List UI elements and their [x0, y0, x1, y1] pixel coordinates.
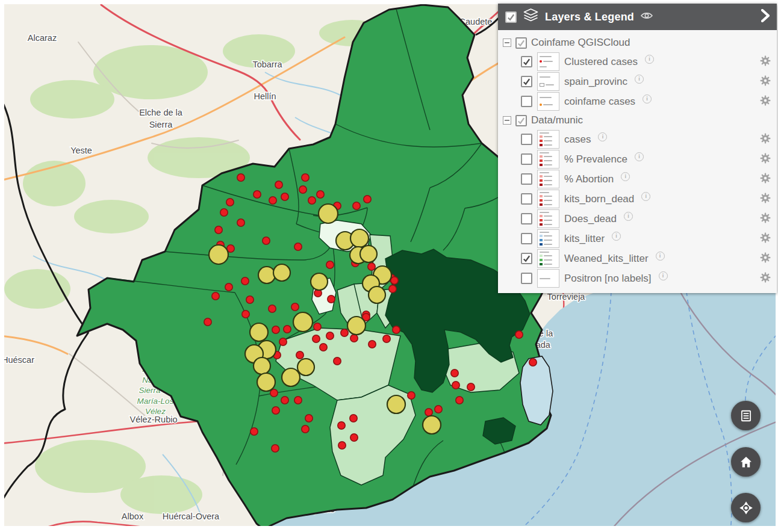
- layer-settings-gear-icon[interactable]: [760, 95, 771, 108]
- group-checkbox[interactable]: [515, 37, 527, 49]
- layer-checkbox[interactable]: [521, 253, 532, 264]
- layer-checkbox[interactable]: [521, 96, 532, 107]
- layer-checkbox[interactable]: [521, 153, 532, 165]
- case-point[interactable]: [294, 397, 302, 404]
- case-point[interactable]: [529, 359, 537, 366]
- case-point[interactable]: [334, 357, 341, 365]
- layer-row[interactable]: Positron [no labels]i: [503, 268, 771, 288]
- case-point[interactable]: [368, 263, 375, 270]
- layer-checkbox[interactable]: [521, 56, 532, 67]
- layer-settings-gear-icon[interactable]: [760, 193, 771, 206]
- cluster-point[interactable]: [360, 246, 377, 262]
- panel-master-checkbox[interactable]: [505, 11, 517, 23]
- case-point[interactable]: [326, 261, 334, 268]
- case-point[interactable]: [328, 295, 335, 303]
- case-point[interactable]: [452, 382, 459, 389]
- layer-row[interactable]: Does_deadi: [503, 209, 771, 229]
- home-button[interactable]: [731, 447, 761, 477]
- cluster-point[interactable]: [254, 357, 270, 374]
- layer-row[interactable]: Clustered casesi: [503, 52, 771, 72]
- case-point[interactable]: [338, 442, 346, 449]
- legend-button[interactable]: [731, 401, 761, 430]
- case-point[interactable]: [242, 311, 249, 318]
- case-point[interactable]: [263, 237, 270, 244]
- layer-checkbox[interactable]: [521, 173, 532, 185]
- case-point[interactable]: [220, 209, 228, 216]
- layer-settings-gear-icon[interactable]: [760, 272, 771, 285]
- cluster-point[interactable]: [387, 395, 405, 413]
- cluster-point[interactable]: [347, 317, 366, 335]
- case-point[interactable]: [435, 406, 442, 413]
- layer-info-icon[interactable]: i: [641, 192, 650, 201]
- case-point[interactable]: [467, 383, 475, 391]
- case-point[interactable]: [350, 335, 358, 342]
- case-point[interactable]: [272, 445, 279, 452]
- layer-row[interactable]: kits_born_deadi: [503, 189, 771, 209]
- case-point[interactable]: [294, 243, 302, 250]
- case-point[interactable]: [393, 326, 400, 333]
- case-point[interactable]: [272, 407, 279, 414]
- case-point[interactable]: [341, 329, 348, 336]
- case-point[interactable]: [281, 193, 288, 200]
- layer-info-icon[interactable]: i: [621, 172, 630, 181]
- case-point[interactable]: [212, 292, 219, 300]
- case-point[interactable]: [241, 277, 249, 285]
- layer-checkbox[interactable]: [521, 76, 532, 87]
- case-point[interactable]: [389, 285, 396, 292]
- cluster-point[interactable]: [250, 323, 268, 341]
- layer-info-icon[interactable]: i: [635, 75, 644, 84]
- case-point[interactable]: [305, 415, 313, 422]
- layer-row[interactable]: % Prevalencei: [503, 149, 771, 169]
- group-checkbox[interactable]: [515, 115, 527, 126]
- case-point[interactable]: [317, 191, 324, 198]
- cluster-point[interactable]: [257, 373, 275, 391]
- layer-info-icon[interactable]: i: [659, 271, 668, 280]
- case-point[interactable]: [408, 392, 415, 399]
- case-point[interactable]: [364, 196, 371, 203]
- layer-settings-gear-icon[interactable]: [760, 55, 771, 69]
- layer-checkbox[interactable]: [521, 193, 532, 205]
- case-point[interactable]: [302, 425, 309, 433]
- layer-row[interactable]: kits_litteri: [503, 229, 771, 249]
- cluster-point[interactable]: [350, 229, 369, 247]
- case-point[interactable]: [291, 303, 299, 311]
- case-point[interactable]: [246, 296, 254, 303]
- cluster-point[interactable]: [293, 312, 313, 332]
- case-point[interactable]: [275, 181, 282, 188]
- layer-info-icon[interactable]: i: [612, 232, 621, 241]
- layer-info-icon[interactable]: i: [598, 132, 607, 141]
- case-point[interactable]: [313, 335, 320, 342]
- layer-settings-gear-icon[interactable]: [760, 133, 771, 146]
- case-point[interactable]: [254, 191, 261, 198]
- cluster-point[interactable]: [423, 416, 441, 434]
- panel-collapse-chevron-icon[interactable]: [761, 9, 770, 25]
- cluster-point[interactable]: [297, 359, 314, 376]
- layer-row[interactable]: coinfame casesi: [503, 91, 771, 111]
- layer-info-icon[interactable]: i: [635, 152, 644, 161]
- layer-row[interactable]: % Abortioni: [503, 169, 771, 189]
- case-point[interactable]: [226, 199, 234, 206]
- case-point[interactable]: [299, 186, 307, 193]
- layer-row[interactable]: Weaned_kits_litteri: [503, 249, 771, 268]
- layer-settings-gear-icon[interactable]: [760, 173, 771, 186]
- case-point[interactable]: [326, 332, 334, 339]
- case-point[interactable]: [279, 338, 287, 345]
- case-point[interactable]: [270, 389, 278, 397]
- case-point[interactable]: [369, 341, 376, 348]
- case-point[interactable]: [215, 226, 222, 234]
- case-point[interactable]: [284, 326, 291, 333]
- layer-settings-gear-icon[interactable]: [760, 212, 771, 226]
- layer-info-icon[interactable]: i: [645, 55, 654, 64]
- case-point[interactable]: [269, 197, 276, 204]
- cluster-point[interactable]: [369, 286, 385, 303]
- case-point[interactable]: [269, 305, 276, 312]
- layer-info-icon[interactable]: i: [624, 212, 633, 221]
- layer-checkbox[interactable]: [521, 213, 532, 224]
- cluster-point[interactable]: [258, 267, 275, 283]
- case-point[interactable]: [383, 335, 390, 342]
- case-point[interactable]: [391, 277, 398, 284]
- visibility-eye-icon[interactable]: [640, 11, 653, 23]
- layer-info-icon[interactable]: i: [643, 94, 652, 104]
- case-point[interactable]: [314, 323, 321, 330]
- layer-info-icon[interactable]: i: [656, 252, 665, 261]
